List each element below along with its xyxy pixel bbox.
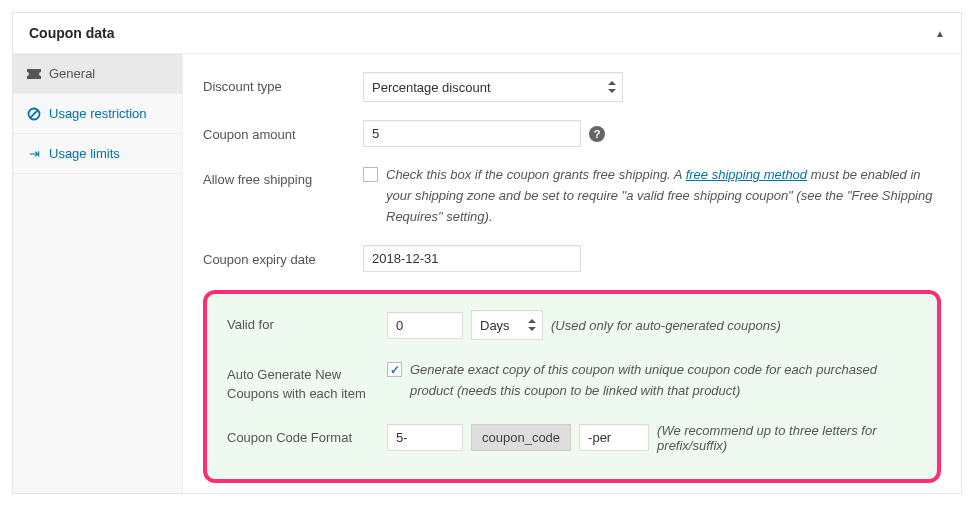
panel-body: General Usage restriction ⇥ Usage limits… <box>13 54 961 493</box>
ticket-icon <box>27 69 41 79</box>
label-expiry-date: Coupon expiry date <box>203 245 363 269</box>
valid-for-unit-select[interactable]: Days <box>471 310 543 340</box>
row-valid-for: Valid for Days (Used only for auto-gener… <box>227 310 917 340</box>
label-coupon-amount: Coupon amount <box>203 120 363 144</box>
tab-usage-restriction[interactable]: Usage restriction <box>13 94 182 134</box>
free-shipping-checkbox[interactable] <box>363 167 378 182</box>
row-coupon-amount: Coupon amount ? <box>203 120 941 147</box>
coupon-tabs: General Usage restriction ⇥ Usage limits <box>13 54 183 493</box>
label-discount-type: Discount type <box>203 72 363 96</box>
ban-icon <box>27 107 41 121</box>
label-valid-for: Valid for <box>227 310 387 334</box>
help-icon[interactable]: ? <box>589 126 605 142</box>
tab-usage-limits[interactable]: ⇥ Usage limits <box>13 134 182 174</box>
tab-content-general: Discount type Percentage discount Coupon… <box>183 54 961 493</box>
valid-for-number-input[interactable] <box>387 312 463 339</box>
collapse-icon[interactable]: ▲ <box>935 28 945 39</box>
tab-label: General <box>49 66 95 81</box>
label-auto-generate: Auto Generate New Coupons with each item <box>227 360 387 402</box>
free-shipping-method-link[interactable]: free shipping method <box>686 167 807 182</box>
highlighted-section: Valid for Days (Used only for auto-gener… <box>203 290 941 482</box>
auto-generate-checkbox[interactable] <box>387 362 402 377</box>
panel-header[interactable]: Coupon data ▲ <box>13 13 961 54</box>
free-shipping-description: Check this box if the coupon grants free… <box>386 165 941 227</box>
label-coupon-code-format: Coupon Code Format <box>227 423 387 447</box>
tab-label: Usage limits <box>49 146 120 161</box>
panel-title: Coupon data <box>29 25 115 41</box>
coupon-code-placeholder: coupon_code <box>471 424 571 451</box>
coupon-amount-input[interactable] <box>363 120 581 147</box>
limits-icon: ⇥ <box>27 146 41 161</box>
coupon-data-panel: Coupon data ▲ General Usage restriction … <box>12 12 962 494</box>
row-free-shipping: Allow free shipping Check this box if th… <box>203 165 941 227</box>
discount-type-select[interactable]: Percentage discount <box>363 72 623 102</box>
row-coupon-code-format: Coupon Code Format coupon_code (We recom… <box>227 423 917 453</box>
expiry-date-input[interactable] <box>363 245 581 272</box>
valid-for-note: (Used only for auto-generated coupons) <box>551 318 781 333</box>
tab-general[interactable]: General <box>13 54 182 94</box>
row-discount-type: Discount type Percentage discount <box>203 72 941 102</box>
svg-line-1 <box>30 110 38 118</box>
auto-generate-description: Generate exact copy of this coupon with … <box>410 360 917 402</box>
prefix-input[interactable] <box>387 424 463 451</box>
row-auto-generate: Auto Generate New Coupons with each item… <box>227 360 917 402</box>
format-note: (We recommend up to three letters for pr… <box>657 423 917 453</box>
tab-label: Usage restriction <box>49 106 147 121</box>
row-expiry-date: Coupon expiry date <box>203 245 941 272</box>
suffix-input[interactable] <box>579 424 649 451</box>
label-free-shipping: Allow free shipping <box>203 165 363 189</box>
